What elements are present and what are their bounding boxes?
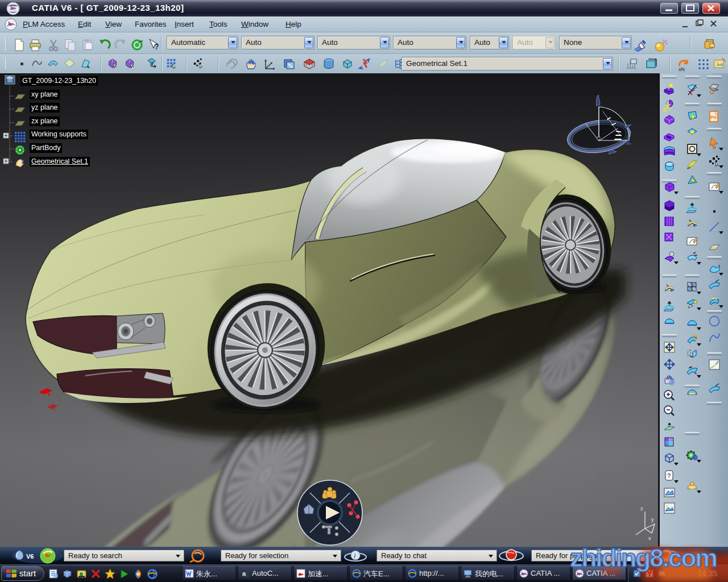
svg-text:y: y [651,517,654,522]
svg-text:PG: PG [710,115,717,120]
svg-text:?: ? [154,42,159,51]
svg-text:zhiding8.com: zhiding8.com [570,543,717,572]
svg-text:V6: V6 [26,553,34,560]
svg-text:a: a [242,570,246,577]
svg-text:xN: xN [679,66,685,72]
svg-text:z: z [640,506,643,512]
svg-text:i: i [354,552,355,560]
svg-text:?: ? [667,472,671,479]
svg-text:x: x [648,535,651,541]
